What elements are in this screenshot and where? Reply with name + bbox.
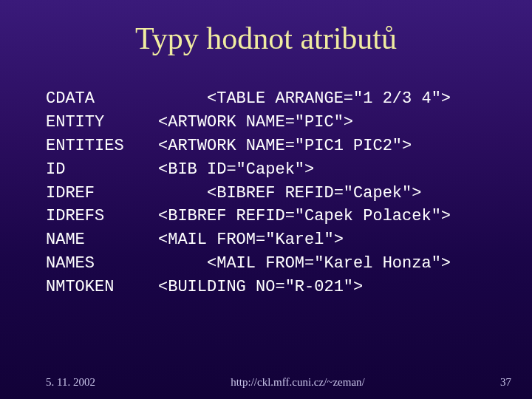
term-label: CDATA (46, 87, 158, 111)
example-text: <BIB ID="Capek"> (158, 158, 314, 182)
term-label: ID (46, 158, 158, 182)
term-label: ENTITY (46, 111, 158, 134)
table-row: IDREFS <BIBREF REFID="Capek Polacek"> (46, 205, 502, 228)
table-row: CDATA <TABLE ARRANGE="1 2/3 4"> (46, 87, 502, 111)
term-label: NAME (46, 228, 158, 252)
footer: 5. 11. 2002 http://ckl.mff.cuni.cz/~zema… (0, 376, 532, 389)
table-row: NMTOKEN <BUILDING NO="R-021"> (46, 276, 502, 299)
example-text: <TABLE ARRANGE="1 2/3 4"> (158, 87, 451, 111)
example-text: <BIBREF REFID="Capek Polacek"> (158, 205, 451, 228)
example-text: <BIBREF REFID="Capek"> (158, 182, 421, 205)
table-row: NAMES <MAIL FROM="Karel Honza"> (46, 252, 502, 276)
term-label: IDREFS (46, 205, 158, 228)
term-label: NAMES (46, 252, 158, 276)
table-row: ENTITY <ARTWORK NAME="PIC"> (46, 111, 502, 134)
example-text: <MAIL FROM="Karel Honza"> (158, 252, 451, 276)
term-label: NMTOKEN (46, 276, 158, 299)
example-text: <BUILDING NO="R-021"> (158, 276, 363, 299)
table-row: ID <BIB ID="Capek"> (46, 158, 502, 182)
example-text: <MAIL FROM="Karel"> (158, 228, 344, 252)
example-text: <ARTWORK NAME="PIC1 PIC2"> (158, 134, 412, 158)
slide: Typy hodnot atributů CDATA <TABLE ARRANG… (0, 0, 532, 399)
example-text: <ARTWORK NAME="PIC"> (158, 111, 353, 134)
table-row: NAME <MAIL FROM="Karel"> (46, 228, 502, 252)
slide-number: 37 (500, 376, 511, 389)
table-row: IDREF <BIBREF REFID="Capek"> (46, 182, 502, 205)
footer-url: http://ckl.mff.cuni.cz/~zeman/ (95, 376, 500, 389)
term-label: ENTITIES (46, 134, 158, 158)
page-title: Typy hodnot atributů (0, 21, 532, 56)
content-block: CDATA <TABLE ARRANGE="1 2/3 4"> ENTITY <… (46, 87, 502, 299)
table-row: ENTITIES <ARTWORK NAME="PIC1 PIC2"> (46, 134, 502, 158)
footer-date: 5. 11. 2002 (46, 376, 95, 389)
term-label: IDREF (46, 182, 158, 205)
